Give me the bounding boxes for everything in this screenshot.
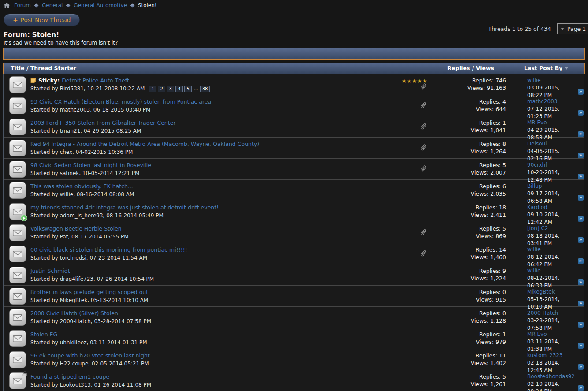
thread-row: my friends stanced 4dr integra was just …	[4, 201, 584, 222]
goto-last-post-icon[interactable]: »	[578, 258, 584, 264]
last-post-user-link[interactable]: willie	[527, 267, 584, 275]
page-title: Forum: Stolen!	[4, 31, 59, 39]
column-header-replies-views[interactable]: Replies / Views	[433, 65, 508, 71]
goto-last-post-icon[interactable]: »	[578, 279, 584, 285]
thread-row: Red 94 Integra - Around the Detroit Metr…	[4, 138, 584, 159]
home-icon[interactable]	[4, 3, 10, 8]
thread-title-link[interactable]: 00 civic black si stolen this morining f…	[30, 246, 187, 253]
replies-count: Replies: 9	[440, 267, 506, 275]
page-number-button[interactable]: 5	[184, 86, 192, 92]
breadcrumb-current-stolen: Stolen!	[138, 2, 157, 8]
thread-status-envelope-icon	[9, 224, 26, 241]
goto-last-post-icon[interactable]: »	[578, 89, 584, 95]
goto-last-post-icon[interactable]: »	[578, 174, 584, 179]
thread-row: 93 Civic CX Hatch (Electon Blue, mostly)…	[4, 95, 584, 116]
goto-last-post-icon[interactable]: »	[578, 364, 584, 370]
envelope-icon	[13, 335, 22, 342]
breadcrumb: Forum General General Automotive Stolen!	[4, 2, 157, 8]
envelope-icon	[13, 378, 22, 384]
goto-last-post-icon[interactable]: »	[578, 343, 584, 349]
last-post-user-link[interactable]: 90crxhf	[527, 161, 584, 169]
page-number-button[interactable]: 38	[200, 86, 210, 92]
thread-status-envelope-icon	[9, 372, 26, 389]
sticky-note-icon	[30, 78, 36, 83]
thread-title-link[interactable]: 93 Civic CX Hatch (Electon Blue, mostly)…	[30, 98, 211, 105]
thread-title-link[interactable]: 2000 Civic Hatch (Silver) Stolen	[30, 310, 118, 317]
column-header-title-thread-starter[interactable]: Title / Thread Starter	[11, 65, 76, 71]
goto-last-post-icon[interactable]: »	[578, 195, 584, 201]
goto-last-post-icon[interactable]: »	[578, 110, 584, 116]
last-post-user-link[interactable]: willie	[527, 77, 584, 84]
thread-title-link[interactable]: Brother in laws prelude getting scoped o…	[30, 289, 148, 295]
envelope-icon	[13, 230, 22, 236]
thread-info: Stolen EG Started by uhhkilleez, 03-11-2…	[30, 331, 147, 346]
last-post-user-link[interactable]: Billup	[527, 182, 584, 190]
thread-status-envelope-icon	[9, 288, 26, 305]
page-number-button[interactable]: 4	[175, 86, 183, 92]
last-post-user-link[interactable]: mathc2003	[527, 98, 584, 105]
breadcrumb-separator-icon	[130, 3, 134, 7]
breadcrumb-link-forum[interactable]: Forum	[14, 2, 31, 8]
post-new-thread-button[interactable]: + Post New Thread	[4, 14, 80, 26]
views-count: Views: 1,128	[440, 317, 506, 324]
thread-title-link[interactable]: 98 Civic Sedan Stolen last night in Rose…	[30, 162, 151, 168]
goto-last-post-icon[interactable]: »	[578, 385, 584, 391]
last-post-user-link[interactable]: MR Evo	[527, 119, 584, 127]
thread-starter-text: Started by torchredsi, 07-23-2014 11:54 …	[30, 255, 147, 261]
page-number-button[interactable]: 2	[158, 86, 165, 92]
page-number-button[interactable]: 3	[167, 86, 174, 92]
goto-last-post-icon[interactable]: »	[578, 216, 584, 222]
last-post-user-link[interactable]: [ion] C2	[527, 225, 584, 232]
thread-title-link[interactable]: Detroit Police Auto Theft	[62, 77, 129, 84]
paperclip-attachment-icon	[417, 250, 428, 259]
breadcrumb-link-general-automotive[interactable]: General Automotive	[74, 2, 127, 8]
views-count: Views: 2,411	[440, 211, 506, 219]
paperclip-attachment-icon	[417, 83, 428, 93]
last-post-user-link[interactable]: Kardiod	[527, 204, 584, 211]
thread-info: This was stolen obviously. EK hatch... S…	[30, 182, 134, 198]
column-header-last-post-by[interactable]: Last Post By	[524, 65, 568, 71]
last-post-user-link[interactable]: willie	[527, 246, 584, 253]
last-post-user-link[interactable]: Boostedhondas92	[527, 373, 584, 380]
thread-title-link[interactable]: Red 94 Integra - Around the Detroit Metr…	[30, 141, 259, 147]
thread-title-link[interactable]: Justin Schmidt	[30, 268, 70, 274]
thread-title-link[interactable]: Found a stripped em1 coupe	[30, 373, 109, 380]
goto-last-post-icon[interactable]: »	[578, 301, 584, 306]
last-post-user-link[interactable]: Delsoul	[527, 140, 584, 148]
thread-title-link[interactable]: 2003 Ford F-350 Stolen From Gibralter Tr…	[30, 119, 176, 126]
thread-starter-text: Started by tman21, 04-29-2015 08:25 AM	[30, 128, 141, 134]
envelope-icon	[13, 145, 22, 152]
breadcrumb-link-general[interactable]: General	[42, 2, 63, 8]
thread-title-link[interactable]: 96 ek coupe with b20 vtec stolen last ni…	[30, 352, 150, 359]
thread-title-link[interactable]: my friends stanced 4dr integra was just …	[30, 204, 219, 211]
thread-status-envelope-icon	[9, 119, 26, 135]
envelope-icon	[13, 187, 22, 194]
replies-count: Replies: 1	[440, 331, 506, 338]
last-post-user-link[interactable]: MR Evo	[527, 331, 584, 338]
thread-info: my friends stanced 4dr integra was just …	[30, 204, 219, 219]
thread-info: 93 Civic CX Hatch (Electon Blue, mostly)…	[30, 98, 211, 113]
thread-list: Sticky: Detroit Police Auto Theft Starte…	[3, 74, 584, 391]
page-selector-dropdown[interactable]: Page 1 of	[557, 23, 588, 34]
goto-last-post-icon[interactable]: »	[578, 153, 584, 158]
goto-last-post-icon[interactable]: »	[578, 237, 584, 243]
chevron-down-icon	[561, 28, 564, 30]
thread-info: Found a stripped em1 coupe Started by Lo…	[30, 373, 151, 388]
thread-title-link[interactable]: Stolen EG	[30, 331, 57, 338]
thread-title-link[interactable]: This was stolen obviously. EK hatch...	[30, 183, 133, 190]
last-post-user-link[interactable]: kustom_2323	[527, 352, 584, 359]
last-post-date: 02-10-2014, 09:24 PM	[527, 380, 576, 391]
page-number-button[interactable]: 1	[149, 86, 156, 92]
last-post-user-link[interactable]: MikegBtek	[527, 288, 584, 296]
goto-last-post-icon[interactable]: »	[578, 322, 584, 328]
sticky-label: Sticky:	[38, 77, 60, 84]
envelope-icon	[13, 124, 22, 130]
last-post-user-link[interactable]: 2000-Hatch	[527, 309, 584, 317]
thread-status-envelope-icon	[9, 246, 26, 262]
thread-row: This was stolen obviously. EK hatch... S…	[4, 180, 584, 201]
goto-last-post-icon[interactable]: »	[578, 131, 584, 137]
thread-info: 2000 Civic Hatch (Silver) Stolen Started…	[30, 309, 151, 325]
thread-title-link[interactable]: Volkswagen Beetle Herbie Stolen	[30, 225, 122, 232]
last-post-info: Boostedhondas92 02-10-2014, 09:24 PM »	[527, 373, 584, 391]
thread-starter-text: Started by H22 coupe, 02-05-2014 05:21 P…	[30, 361, 149, 367]
